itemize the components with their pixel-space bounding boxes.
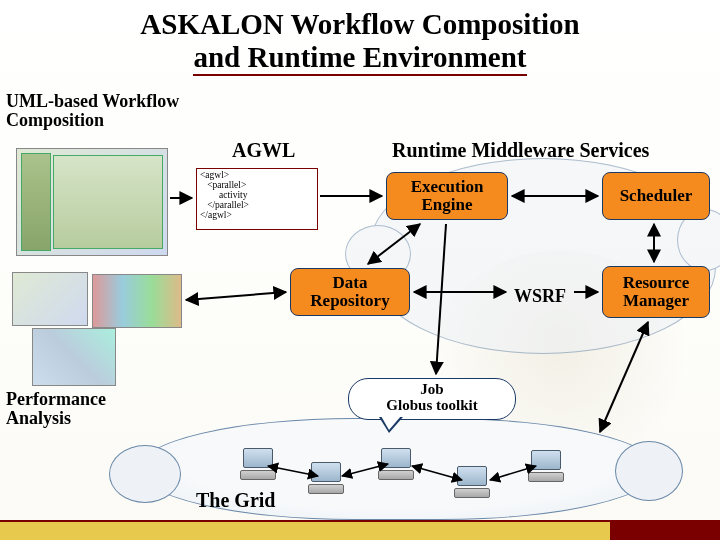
performance-thumbnail-1 xyxy=(12,272,88,326)
grid-label: The Grid xyxy=(196,490,275,511)
svg-line-7 xyxy=(186,292,286,300)
slide-title: ASKALON Workflow Composition and Runtime… xyxy=(0,0,720,75)
uml-editor-thumbnail xyxy=(16,148,168,256)
agwl-heading: AGWL xyxy=(232,140,295,161)
grid-machine-icon xyxy=(306,462,346,496)
grid-machine-icon xyxy=(238,448,278,482)
title-line-1: ASKALON Workflow Composition xyxy=(140,8,579,40)
grid-machine-icon xyxy=(376,448,416,482)
footer-bar xyxy=(0,520,720,540)
performance-thumbnail-3 xyxy=(32,328,116,386)
data-repository-node: Data Repository xyxy=(290,268,410,316)
performance-label-text: PerformanceAnalysis xyxy=(6,389,106,428)
grid-machine-icon xyxy=(452,466,492,500)
performance-label: PerformanceAnalysis xyxy=(6,390,106,428)
job-line-1: Job xyxy=(420,381,443,397)
execution-engine-node: Execution Engine xyxy=(386,172,508,220)
job-line-2: Globus toolkit xyxy=(386,397,477,413)
agwl-code-box: <agwl> <parallel> activity </parallel> <… xyxy=(196,168,318,230)
grid-machine-icon xyxy=(526,450,566,484)
runtime-heading: Runtime Middleware Services xyxy=(392,140,649,161)
wsrf-label: WSRF xyxy=(514,286,566,307)
performance-thumbnail-2 xyxy=(92,274,182,328)
resource-manager-node: Resource Manager xyxy=(602,266,710,318)
slide-root: ASKALON Workflow Composition and Runtime… xyxy=(0,0,720,540)
uml-section-label: UML-based Workflow Composition xyxy=(6,92,216,130)
scheduler-node: Scheduler xyxy=(602,172,710,220)
title-line-2: and Runtime Environment xyxy=(193,41,526,76)
job-callout: Job Globus toolkit xyxy=(348,378,516,420)
